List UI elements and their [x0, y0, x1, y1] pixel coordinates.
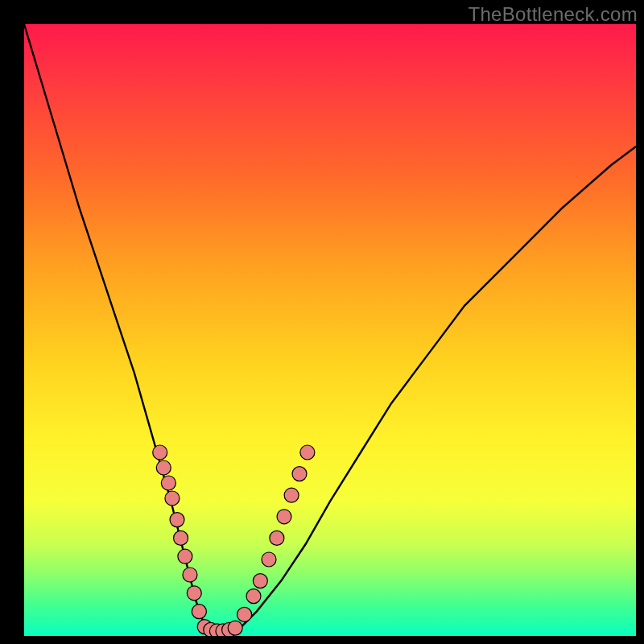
data-dot: [284, 488, 299, 502]
curve-svg: [24, 24, 636, 636]
data-dot: [292, 467, 307, 481]
data-dot: [253, 574, 267, 588]
data-dots: [153, 445, 315, 636]
data-dot: [165, 491, 180, 506]
data-dot: [156, 460, 171, 475]
data-dot: [153, 445, 167, 460]
data-dot: [262, 552, 276, 567]
data-dot: [277, 510, 291, 524]
data-dot: [183, 568, 197, 582]
data-dot: [300, 445, 315, 460]
data-dot: [187, 586, 201, 601]
data-dot: [174, 530, 188, 545]
data-dot: [246, 589, 261, 604]
chart-frame: TheBottleneck.com: [0, 0, 644, 644]
data-dot: [178, 549, 192, 564]
plot-area: [24, 24, 636, 636]
bottleneck-curve: [24, 24, 636, 636]
watermark-text: TheBottleneck.com: [468, 3, 638, 26]
data-dot: [192, 605, 206, 619]
data-dot: [270, 530, 284, 545]
data-dot: [161, 476, 175, 490]
data-dot: [237, 607, 252, 621]
data-dot: [170, 513, 184, 527]
data-dot: [228, 621, 242, 635]
